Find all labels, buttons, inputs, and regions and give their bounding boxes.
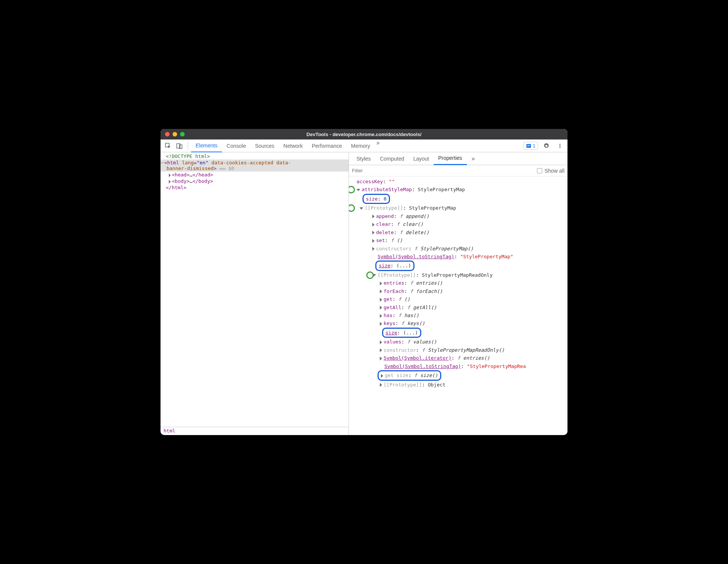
prop-size[interactable]: size: 0 — [351, 194, 565, 204]
prop-entries[interactable]: entries: f entries() — [351, 279, 565, 287]
show-all-checkbox[interactable] — [537, 168, 542, 173]
arrow-right-icon[interactable] — [380, 348, 382, 352]
prop-clear[interactable]: clear: f clear() — [351, 220, 565, 228]
doctype-line[interactable]: <!DOCTYPE html> — [161, 153, 349, 159]
arrow-right-icon[interactable] — [380, 298, 382, 302]
prop-keys[interactable]: keys: f keys() — [351, 319, 565, 327]
html-open-line[interactable]: ⋯<html lang="en" data-cookies-accepted d… — [161, 159, 349, 172]
properties-list[interactable]: accessKey: "" attributeStyleMap: StylePr… — [349, 176, 567, 435]
prop-accesskey[interactable]: accessKey: "" — [351, 178, 565, 185]
arrow-right-icon[interactable] — [380, 290, 382, 293]
prop-prototype[interactable]: [[Prototype]]: StylePropertyMapReadOnly — [351, 271, 565, 279]
side-tabs: Styles Computed Layout Properties » — [349, 152, 567, 165]
prop-attributestylemap[interactable]: attributeStyleMap: StylePropertyMap — [351, 185, 565, 193]
toolbar-right: 1 — [523, 141, 565, 151]
titlebar: DevTools - developer.chrome.com/docs/dev… — [161, 129, 567, 139]
svg-point-8 — [560, 147, 561, 148]
issue-count: 1 — [533, 143, 535, 149]
filter-input[interactable] — [352, 168, 537, 173]
arrow-right-icon[interactable] — [380, 322, 382, 326]
arrow-right-icon[interactable] — [372, 223, 375, 227]
arrow-right-icon[interactable] — [372, 231, 375, 234]
arrow-right-icon[interactable] — [380, 357, 382, 360]
arrow-down-icon[interactable] — [359, 207, 363, 210]
tab-console[interactable]: Console — [222, 139, 250, 152]
prop-has[interactable]: has: f has() — [351, 311, 565, 319]
highlight-box: get size: f size() — [378, 370, 441, 380]
more-side-tabs-icon[interactable]: » — [470, 155, 477, 162]
prop-append[interactable]: append: f append() — [351, 212, 565, 220]
inspect-element-icon[interactable] — [163, 141, 173, 151]
show-all-label: Show all — [544, 168, 564, 174]
prop-get-size[interactable]: get size: f size() — [351, 370, 565, 380]
prop-symbol-tostringtag[interactable]: Symbol(Symbol.toStringTag): "StyleProper… — [351, 362, 565, 370]
tab-memory[interactable]: Memory — [347, 139, 375, 152]
more-tabs-icon[interactable]: » — [375, 139, 381, 146]
highlight-circle-icon — [349, 204, 355, 212]
main-split: <!DOCTYPE html> ⋯<html lang="en" data-co… — [161, 152, 567, 435]
devtools-window: DevTools - developer.chrome.com/docs/dev… — [161, 129, 567, 435]
arrow-down-icon[interactable] — [356, 189, 360, 191]
prop-foreach[interactable]: forEach: f forEach() — [351, 287, 565, 295]
issue-icon — [526, 143, 531, 149]
arrow-right-icon[interactable] — [380, 314, 382, 318]
html-close-line[interactable]: </html> — [161, 184, 349, 191]
head-line[interactable]: <head>…</head> — [161, 172, 349, 178]
svg-point-6 — [560, 144, 561, 145]
side-tab-layout[interactable]: Layout — [409, 152, 434, 165]
ellipsis-icon: ⋯ — [161, 160, 164, 166]
highlight-box: size: 0 — [362, 194, 390, 204]
window-title: DevTools - developer.chrome.com/docs/dev… — [306, 132, 421, 137]
elements-tree[interactable]: <!DOCTYPE html> ⋯<html lang="en" data-co… — [161, 152, 349, 427]
expand-arrow-icon[interactable] — [169, 180, 171, 184]
elements-panel: <!DOCTYPE html> ⋯<html lang="en" data-co… — [161, 152, 349, 435]
arrow-right-icon[interactable] — [372, 215, 375, 218]
prop-symbol-tostringtag[interactable]: Symbol(Symbol.toStringTag): "StyleProper… — [351, 253, 565, 261]
prop-prototype[interactable]: [[Prototype]]: StylePropertyMap — [351, 204, 565, 212]
prop-get[interactable]: get: f () — [351, 295, 565, 303]
highlight-box: size: (...) — [375, 261, 414, 271]
tab-sources[interactable]: Sources — [251, 139, 279, 152]
arrow-right-icon[interactable] — [372, 247, 375, 251]
side-tab-styles[interactable]: Styles — [352, 152, 375, 165]
side-tab-properties[interactable]: Properties — [434, 152, 467, 165]
prop-size-ellipsis[interactable]: size: (...) — [351, 261, 565, 271]
arrow-right-icon[interactable] — [372, 239, 375, 243]
filter-row: Show all — [349, 165, 567, 176]
prop-values[interactable]: values: f values() — [351, 338, 565, 346]
prop-constructor[interactable]: constructor: f StylePropertyMapReadOnly(… — [351, 346, 565, 354]
issues-badge[interactable]: 1 — [523, 142, 538, 150]
prop-set[interactable]: set: f () — [351, 236, 565, 244]
settings-icon[interactable] — [541, 141, 552, 151]
highlight-circle-icon — [349, 186, 355, 193]
breadcrumb[interactable]: html — [161, 427, 349, 435]
tab-network[interactable]: Network — [279, 139, 307, 152]
arrow-right-icon[interactable] — [380, 306, 382, 310]
arrow-right-icon[interactable] — [381, 374, 383, 378]
expand-arrow-icon[interactable] — [169, 173, 171, 177]
show-all-toggle[interactable]: Show all — [537, 168, 564, 174]
arrow-right-icon[interactable] — [380, 282, 382, 285]
kebab-menu-icon[interactable] — [555, 141, 565, 151]
highlight-box: size: (...) — [382, 328, 421, 338]
side-tab-computed[interactable]: Computed — [375, 152, 409, 165]
side-panel: Styles Computed Layout Properties » Show… — [349, 152, 567, 435]
arrow-right-icon[interactable] — [380, 383, 382, 387]
prop-constructor[interactable]: constructor: f StylePropertyMap() — [351, 245, 565, 253]
svg-rect-5 — [527, 146, 529, 146]
svg-rect-4 — [527, 145, 530, 146]
body-line[interactable]: <body>…</body> — [161, 178, 349, 184]
prop-symbol-iterator[interactable]: Symbol(Symbol.iterator): f entries() — [351, 354, 565, 362]
prop-prototype[interactable]: [[Prototype]]: Object — [351, 381, 565, 389]
prop-delete[interactable]: delete: f delete() — [351, 228, 565, 236]
tab-elements[interactable]: Elements — [191, 139, 222, 152]
device-toolbar-icon[interactable] — [174, 141, 185, 151]
maximize-window-icon[interactable] — [180, 132, 185, 136]
tab-performance[interactable]: Performance — [307, 139, 346, 152]
prop-getall[interactable]: getAll: f getAll() — [351, 303, 565, 311]
arrow-right-icon[interactable] — [380, 340, 382, 344]
close-window-icon[interactable] — [165, 132, 170, 136]
minimize-window-icon[interactable] — [173, 132, 177, 136]
prop-size-ellipsis[interactable]: size: (...) — [351, 328, 565, 338]
main-tabs: Elements Console Sources Network Perform… — [191, 139, 381, 152]
